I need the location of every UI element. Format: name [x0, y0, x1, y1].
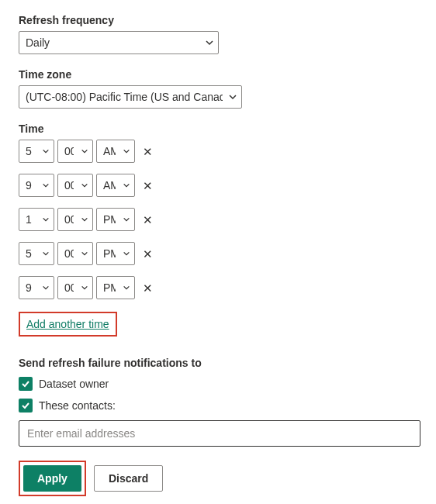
dataset-owner-label: Dataset owner: [39, 378, 109, 390]
time-zone-select[interactable]: (UTC-08:00) Pacific Time (US and Canada): [19, 85, 242, 109]
notifications-section: Send refresh failure notifications to Da…: [19, 357, 417, 447]
add-time-highlight: Add another time: [19, 312, 117, 337]
time-row: 100PM✕: [19, 208, 417, 231]
hour-select[interactable]: 9: [19, 174, 54, 197]
these-contacts-checkbox[interactable]: [19, 399, 33, 413]
remove-time-icon[interactable]: ✕: [141, 178, 154, 193]
time-zone-label: Time zone: [19, 68, 417, 81]
these-contacts-row: These contacts:: [19, 399, 417, 413]
action-buttons: Apply Discard: [19, 461, 417, 496]
time-row: 500PM✕: [19, 242, 417, 265]
apply-button[interactable]: Apply: [23, 465, 81, 492]
minute-select[interactable]: 00: [57, 242, 93, 265]
time-row: 500AM✕: [19, 140, 417, 163]
hour-select[interactable]: 5: [19, 242, 54, 265]
ampm-select[interactable]: PM: [96, 242, 135, 265]
remove-time-icon[interactable]: ✕: [141, 212, 154, 227]
refresh-frequency-select[interactable]: Daily: [19, 31, 219, 54]
notifications-heading: Send refresh failure notifications to: [19, 357, 417, 369]
time-section: Time 500AM✕900AM✕100PM✕500PM✕900PM✕ Add …: [19, 123, 417, 337]
remove-time-icon[interactable]: ✕: [141, 247, 154, 261]
these-contacts-label: These contacts:: [39, 399, 116, 412]
time-row: 900PM✕: [19, 276, 417, 299]
remove-time-icon[interactable]: ✕: [141, 281, 154, 295]
dataset-owner-checkbox[interactable]: [19, 377, 33, 391]
ampm-select[interactable]: PM: [96, 276, 135, 299]
email-addresses-input[interactable]: [19, 420, 420, 447]
time-zone-section: Time zone (UTC-08:00) Pacific Time (US a…: [19, 68, 417, 109]
minute-select[interactable]: 00: [57, 174, 93, 197]
minute-select[interactable]: 00: [57, 276, 93, 299]
refresh-frequency-label: Refresh frequency: [19, 14, 417, 26]
remove-time-icon[interactable]: ✕: [141, 144, 154, 159]
apply-highlight: Apply: [19, 461, 86, 496]
ampm-select[interactable]: AM: [96, 140, 135, 163]
refresh-frequency-section: Refresh frequency Daily: [19, 14, 417, 54]
time-row: 900AM✕: [19, 174, 417, 197]
hour-select[interactable]: 9: [19, 276, 54, 299]
minute-select[interactable]: 00: [57, 208, 93, 231]
ampm-select[interactable]: PM: [96, 208, 135, 231]
time-label: Time: [19, 123, 417, 135]
discard-button[interactable]: Discard: [94, 465, 163, 492]
ampm-select[interactable]: AM: [96, 174, 135, 197]
hour-select[interactable]: 1: [19, 208, 54, 231]
add-another-time-link[interactable]: Add another time: [26, 318, 109, 330]
dataset-owner-row: Dataset owner: [19, 377, 417, 391]
minute-select[interactable]: 00: [57, 140, 93, 163]
hour-select[interactable]: 5: [19, 140, 54, 163]
